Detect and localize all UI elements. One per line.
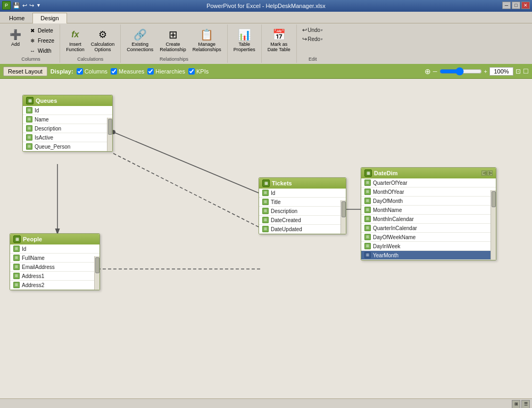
close-button[interactable]: ✕ xyxy=(521,2,530,9)
people-field-address1[interactable]: ⊞ Address1 xyxy=(10,272,99,281)
quick-access-redo[interactable]: ↪ xyxy=(29,2,34,9)
tab-home[interactable]: Home xyxy=(1,13,32,23)
freeze-button[interactable]: ❄ Freeze xyxy=(27,36,56,45)
quick-access-more[interactable]: ▼ xyxy=(36,3,41,8)
people-field-email[interactable]: ⊞ EmailAddress xyxy=(10,263,99,272)
hierarchies-checkbox[interactable] xyxy=(147,68,154,75)
queues-field-isactive[interactable]: ⊞ IsActive xyxy=(23,133,112,142)
maximize-button[interactable]: □ xyxy=(512,2,520,9)
people-field-fullname[interactable]: ⊞ FullName xyxy=(10,254,99,263)
field-icon: ⊞ xyxy=(364,252,371,258)
delete-button[interactable]: ✖ Delete xyxy=(27,26,56,35)
zoom-reset-icon[interactable]: ☐ xyxy=(523,68,529,75)
people-field-id[interactable]: ⊞ Id xyxy=(10,244,99,254)
measures-checkbox[interactable] xyxy=(111,68,117,75)
field-icon: ⊞ xyxy=(13,246,20,252)
table-properties-button[interactable]: 📊 TableProperties xyxy=(231,26,258,54)
toolbar-bar: Reset Layout Display: Columns Measures H… xyxy=(0,64,532,79)
tickets-field-datecreated[interactable]: ⊞ DateCreated xyxy=(259,216,346,225)
redo-button[interactable]: ↪ Redo ▾ xyxy=(301,35,325,44)
kpis-checkbox-item[interactable]: KPIs xyxy=(188,68,209,75)
datedim-field-monthofyear[interactable]: ⊞ MonthOfYear xyxy=(361,187,496,197)
field-icon: ⊞ xyxy=(13,282,20,288)
calculations-group-label: Calculations xyxy=(77,55,103,62)
create-relationship-button[interactable]: ⊞ CreateRelationship xyxy=(157,26,189,54)
quick-access-save[interactable]: 💾 xyxy=(13,2,20,9)
field-icon: ⊞ xyxy=(26,134,32,141)
tickets-scrollbar-thumb[interactable] xyxy=(342,201,346,217)
resize-btn-1[interactable]: ◁ xyxy=(481,170,487,176)
field-icon: ⊞ xyxy=(364,198,371,204)
datedim-field-dayofweekname[interactable]: ⊞ DayOfWeekName xyxy=(361,233,496,242)
zoom-fit-icon[interactable]: ⊡ xyxy=(516,68,521,75)
datedim-field-dayofmonth[interactable]: ⊞ DayOfMonth xyxy=(361,197,496,206)
kpis-checkbox[interactable] xyxy=(188,68,195,75)
diagram-canvas[interactable]: ⊞ Queues ⊞ Id ⊞ Name ⊞ Description ⊞ IsA… xyxy=(0,79,532,398)
people-scrollbar[interactable] xyxy=(94,256,99,290)
field-icon: ⊞ xyxy=(262,226,269,232)
field-icon: ⊞ xyxy=(364,243,371,249)
datedim-field-monthname[interactable]: ⊞ MonthName xyxy=(361,206,496,215)
datedim-table-body: ⊞ QuarterOfYear ⊞ MonthOfYear ⊞ DayOfMon… xyxy=(361,178,496,260)
people-table-body: ⊞ Id ⊞ FullName ⊞ EmailAddress ⊞ Address… xyxy=(10,244,99,290)
tickets-field-title[interactable]: ⊞ Title xyxy=(259,198,346,207)
people-field-address2[interactable]: ⊞ Address2 xyxy=(10,281,99,290)
tickets-scrollbar[interactable] xyxy=(340,200,346,234)
people-table[interactable]: ⊞ People ⊞ Id ⊞ FullName ⊞ EmailAddress … xyxy=(10,233,100,290)
undo-dropdown-arrow: ▾ xyxy=(321,28,323,32)
field-icon: ⊞ xyxy=(13,273,20,279)
datedim-field-dayinweek[interactable]: ⊞ DayInWeek xyxy=(361,242,496,251)
zoom-slider[interactable] xyxy=(439,67,482,76)
width-icon: ↔ xyxy=(29,47,36,54)
queues-field-id[interactable]: ⊞ Id xyxy=(23,106,112,115)
field-icon: ⊞ xyxy=(262,199,269,205)
datedim-field-monthincalendar[interactable]: ⊞ MonthInCalendar xyxy=(361,215,496,224)
tickets-field-id[interactable]: ⊞ Id xyxy=(259,189,346,198)
tickets-table[interactable]: ⊞ Tickets ⊞ Id ⊞ Title ⊞ Description ⊞ D… xyxy=(259,177,346,234)
zoom-in-icon[interactable]: + xyxy=(484,68,487,75)
columns-checkbox[interactable] xyxy=(77,68,83,75)
people-table-icon: ⊞ xyxy=(13,235,21,243)
datedim-field-quarterofyear[interactable]: ⊞ QuarterOfYear xyxy=(361,178,496,187)
people-scrollbar-thumb[interactable] xyxy=(95,257,99,273)
queues-table[interactable]: ⊞ Queues ⊞ Id ⊞ Name ⊞ Description ⊞ IsA… xyxy=(22,95,113,152)
tickets-field-dateupdated[interactable]: ⊞ DateUpdated xyxy=(259,225,346,234)
width-button[interactable]: ↔ Width xyxy=(27,46,56,55)
datedim-field-quarterincalendar[interactable]: ⊞ QuarterInCalendar xyxy=(361,224,496,233)
status-icon-list[interactable]: ☰ xyxy=(521,400,530,409)
datedim-field-yearmonth[interactable]: ⊞ YearMonth xyxy=(361,251,496,260)
datedim-table[interactable]: ⊞ DateDim ◁ ▷ ⊞ QuarterOfYear ⊞ MonthOfY… xyxy=(361,167,496,260)
zoom-display: 100% xyxy=(489,67,513,76)
columns-checkbox-item[interactable]: Columns xyxy=(77,68,107,75)
existing-connections-button[interactable]: 🔗 ExistingConnections xyxy=(124,26,156,54)
measures-checkbox-item[interactable]: Measures xyxy=(111,68,144,75)
queues-field-queue-person[interactable]: ⊞ Queue_Person xyxy=(23,142,112,151)
zoom-out-icon[interactable]: ─ xyxy=(433,68,437,75)
manage-relationships-button[interactable]: 📋 ManageRelationships xyxy=(190,26,224,54)
ribbon-group-edit: ↩ Undo ▾ ↪ Redo ▾ Edit xyxy=(297,25,329,63)
datedim-scrollbar[interactable] xyxy=(491,190,496,260)
calc-options-button[interactable]: ⚙ CalculationOptions xyxy=(88,26,118,54)
resize-btn-2[interactable]: ▷ xyxy=(487,170,493,176)
mark-as-date-table-icon: 📅 xyxy=(271,27,286,42)
fit-icon[interactable]: ⊕ xyxy=(425,67,431,76)
insert-function-button[interactable]: fx InsertFunction xyxy=(63,26,87,54)
relationships-buttons: 🔗 ExistingConnections ⊞ CreateRelationsh… xyxy=(124,26,224,55)
mark-as-date-table-button[interactable]: 📅 Mark asDate Table xyxy=(265,26,293,54)
add-button[interactable]: ➕ Add xyxy=(5,26,26,49)
queues-scrollbar-thumb[interactable] xyxy=(108,119,112,135)
datedim-table-header: ⊞ DateDim ◁ ▷ xyxy=(361,168,496,178)
reset-layout-button[interactable]: Reset Layout xyxy=(3,67,47,76)
hierarchies-checkbox-item[interactable]: Hierarchies xyxy=(147,68,185,75)
svg-line-1 xyxy=(113,132,266,196)
status-icon-grid[interactable]: ⊞ xyxy=(512,400,520,409)
minimize-button[interactable]: ─ xyxy=(502,2,511,9)
tab-design[interactable]: Design xyxy=(32,13,66,23)
queues-scrollbar[interactable] xyxy=(107,118,112,151)
queues-field-description[interactable]: ⊞ Description xyxy=(23,124,112,133)
tickets-field-description[interactable]: ⊞ Description xyxy=(259,207,346,216)
queues-field-name[interactable]: ⊞ Name xyxy=(23,115,112,124)
datedim-scrollbar-thumb[interactable] xyxy=(492,191,496,207)
undo-button[interactable]: ↩ Undo ▾ xyxy=(301,26,325,35)
quick-access-undo[interactable]: ↩ xyxy=(22,2,27,9)
